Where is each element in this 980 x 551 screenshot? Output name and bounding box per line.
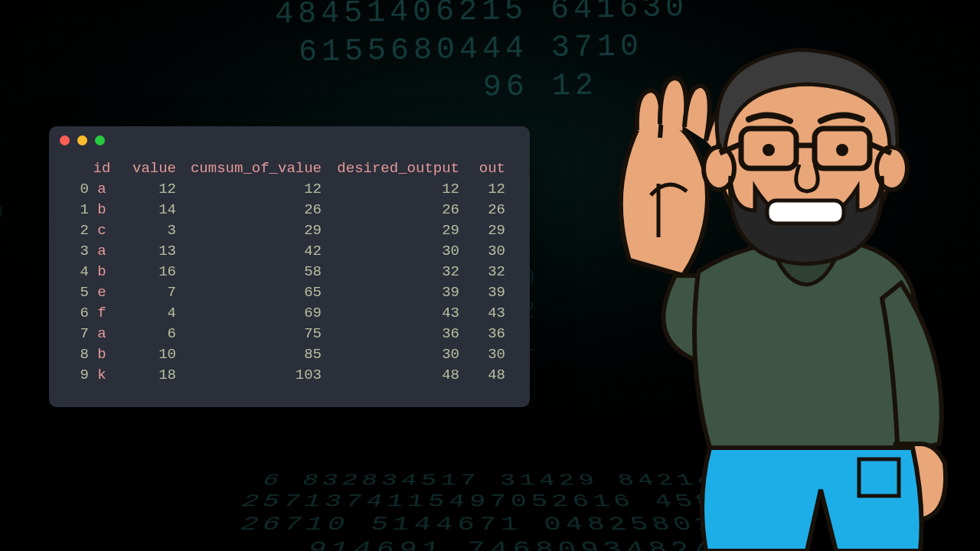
cell-id: a bbox=[89, 324, 115, 344]
header-id: id bbox=[89, 158, 115, 179]
background-digits: 6 832834517 31429 84214 2571374115497052… bbox=[0, 471, 980, 551]
cell-desired: 39 bbox=[322, 282, 459, 303]
cell-cumsum: 12 bbox=[176, 179, 322, 200]
header-out: out bbox=[459, 158, 505, 179]
cell-desired: 26 bbox=[322, 200, 459, 220]
cell-id: e bbox=[89, 282, 115, 303]
cell-id: k bbox=[89, 365, 115, 386]
cell-id: a bbox=[89, 241, 115, 262]
cell-value: 3 bbox=[115, 220, 176, 241]
cell-desired: 48 bbox=[322, 365, 459, 386]
header-desired: desired_output bbox=[322, 158, 459, 179]
cell-value: 10 bbox=[115, 344, 176, 365]
cell-cumsum: 75 bbox=[176, 324, 322, 344]
table-row: 3a13423030 bbox=[66, 241, 513, 262]
cell-value: 7 bbox=[115, 282, 176, 303]
window-titlebar bbox=[49, 126, 530, 154]
cell-id: a bbox=[89, 179, 115, 200]
cell-value: 14 bbox=[115, 200, 176, 220]
cell-desired: 29 bbox=[322, 220, 459, 241]
cell-out: 29 bbox=[459, 220, 505, 241]
cell-out: 30 bbox=[459, 241, 505, 262]
table-row: 6f4694343 bbox=[66, 303, 513, 324]
table-row: 1b14262626 bbox=[66, 200, 513, 220]
cell-index: 5 bbox=[66, 282, 89, 303]
table-row: 4b16583232 bbox=[66, 262, 513, 282]
close-icon[interactable] bbox=[60, 135, 70, 145]
cell-cumsum: 69 bbox=[176, 303, 322, 324]
cell-value: 12 bbox=[115, 179, 176, 200]
cell-value: 18 bbox=[115, 365, 176, 386]
maximize-icon[interactable] bbox=[95, 135, 105, 145]
minimize-icon[interactable] bbox=[77, 135, 87, 145]
table-row: 0a12121212 bbox=[66, 179, 513, 200]
background-digits: 48451406215 641630 6155680444 3710 96 12 bbox=[275, 0, 691, 111]
cell-cumsum: 58 bbox=[176, 262, 322, 282]
cell-value: 6 bbox=[115, 324, 176, 344]
cell-index: 6 bbox=[66, 303, 89, 324]
cell-index: 4 bbox=[66, 262, 89, 282]
cell-desired: 12 bbox=[322, 179, 459, 200]
cell-index: 0 bbox=[66, 179, 89, 200]
table-row: 7a6753636 bbox=[66, 324, 513, 344]
cell-out: 39 bbox=[459, 282, 505, 303]
cell-out: 30 bbox=[459, 344, 505, 365]
cell-cumsum: 26 bbox=[176, 200, 322, 220]
cell-desired: 43 bbox=[322, 303, 459, 324]
background-digits: 27 1 398 539 02 bbox=[0, 99, 21, 259]
cell-out: 12 bbox=[459, 179, 505, 200]
table-header-row: id value cumsum_of_value desired_output … bbox=[66, 158, 513, 179]
cell-cumsum: 85 bbox=[176, 344, 322, 365]
cell-index: 9 bbox=[66, 365, 89, 386]
terminal-window: id value cumsum_of_value desired_output … bbox=[49, 126, 530, 407]
table-row: 8b10853030 bbox=[66, 344, 513, 365]
table-row: 5e7653939 bbox=[66, 282, 513, 303]
cell-out: 26 bbox=[459, 200, 505, 220]
cell-value: 13 bbox=[115, 241, 176, 262]
cell-id: c bbox=[89, 220, 115, 241]
header-cumsum: cumsum_of_value bbox=[176, 158, 322, 179]
cell-id: b bbox=[89, 200, 115, 220]
cell-desired: 30 bbox=[322, 344, 459, 365]
cell-desired: 30 bbox=[322, 241, 459, 262]
cell-cumsum: 29 bbox=[176, 220, 322, 241]
cell-index: 2 bbox=[66, 220, 89, 241]
cell-cumsum: 65 bbox=[176, 282, 322, 303]
table-row: 2c3292929 bbox=[66, 220, 513, 241]
header-value: value bbox=[115, 158, 176, 179]
cell-out: 48 bbox=[459, 365, 505, 386]
cell-id: f bbox=[89, 303, 115, 324]
cell-id: b bbox=[89, 262, 115, 282]
cell-id: b bbox=[89, 344, 115, 365]
cell-index: 1 bbox=[66, 200, 89, 220]
dataframe-output: id value cumsum_of_value desired_output … bbox=[49, 154, 530, 386]
table-row: 9k181034848 bbox=[66, 365, 513, 386]
cell-desired: 32 bbox=[322, 262, 459, 282]
cell-cumsum: 42 bbox=[176, 241, 322, 262]
cell-index: 3 bbox=[66, 241, 89, 262]
cell-index: 7 bbox=[66, 324, 89, 344]
cell-index: 8 bbox=[66, 344, 89, 365]
cell-desired: 36 bbox=[322, 324, 459, 344]
cell-out: 36 bbox=[459, 324, 505, 344]
cell-value: 16 bbox=[115, 262, 176, 282]
cell-cumsum: 103 bbox=[176, 365, 322, 386]
cell-out: 43 bbox=[459, 303, 505, 324]
cell-out: 32 bbox=[459, 262, 505, 282]
cell-value: 4 bbox=[115, 303, 176, 324]
